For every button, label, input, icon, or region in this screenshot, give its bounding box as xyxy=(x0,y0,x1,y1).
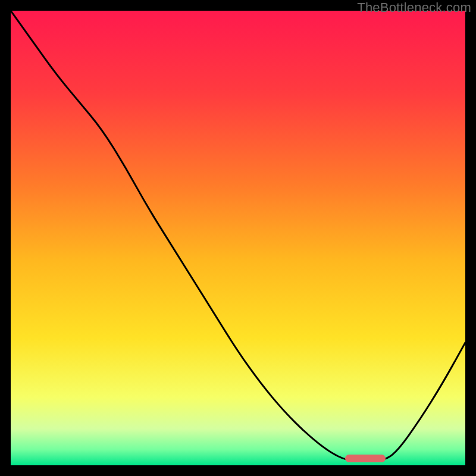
chart-frame: TheBottleneck.com xyxy=(0,0,476,476)
chart-plot-area xyxy=(11,11,465,465)
optimal-marker xyxy=(345,455,386,463)
gradient-background xyxy=(11,11,465,465)
chart-svg xyxy=(11,11,465,465)
watermark-text: TheBottleneck.com xyxy=(357,0,471,15)
